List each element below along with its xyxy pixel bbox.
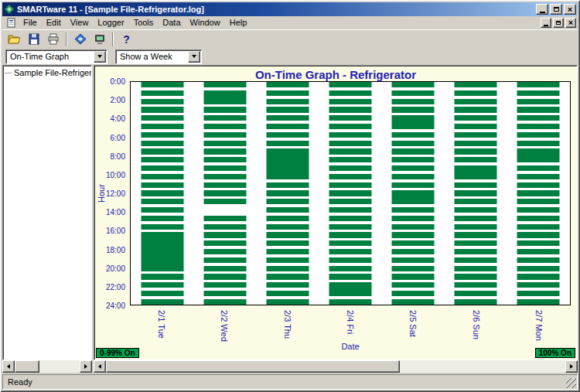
on-segment — [455, 148, 497, 154]
graph-type-dropdown[interactable]: On-Time Graph — [5, 49, 107, 64]
y-tick-label: 8:00 — [111, 152, 125, 160]
logger-status-button[interactable] — [90, 31, 108, 47]
scroll-left-button[interactable] — [94, 360, 106, 373]
printer-icon — [47, 33, 60, 45]
on-segment — [141, 148, 183, 154]
menu-item-tools[interactable]: Tools — [129, 16, 159, 29]
minimize-icon — [540, 12, 545, 13]
on-segment — [517, 232, 560, 237]
on-segment — [329, 157, 372, 162]
on-segment — [203, 107, 246, 112]
scrollbar-track[interactable] — [106, 360, 565, 373]
y-tick-label: 22:00 — [106, 282, 125, 291]
on-segment — [455, 90, 497, 96]
menu-item-window[interactable]: Window — [186, 16, 225, 29]
on-segment — [517, 141, 560, 146]
on-segment — [203, 224, 246, 230]
on-segment — [392, 207, 435, 213]
on-segment — [203, 291, 246, 296]
on-segment — [329, 107, 372, 112]
y-tick-label: 24:00 — [106, 302, 125, 310]
graph-type-value: On-Time Graph — [10, 52, 90, 61]
on-segment — [455, 299, 497, 305]
restore-button[interactable] — [550, 4, 562, 15]
on-segment — [266, 115, 309, 121]
x-axis-labels: 2/1 Tue2/2 Wed2/3 Thu2/4 Fri2/5 Sat2/6 S… — [130, 308, 571, 341]
on-segment — [141, 282, 183, 288]
tree-horizontal-scrollbar[interactable] — [2, 360, 92, 373]
on-segment — [455, 165, 497, 179]
on-segment — [141, 90, 183, 96]
mdi-minimize-icon — [544, 25, 548, 26]
on-segment — [266, 266, 309, 271]
tree-item-sample-file[interactable]: Sample File-Refrigerato — [5, 68, 90, 77]
on-segment — [329, 90, 372, 96]
on-segment — [203, 141, 246, 146]
on-segment — [329, 148, 372, 154]
on-segment — [141, 107, 183, 112]
legend-full-on-badge: 100% On — [535, 348, 575, 358]
x-tick-label: 2/5 Sat — [408, 310, 418, 337]
menu-item-help[interactable]: Help — [225, 16, 252, 29]
on-segment — [141, 82, 183, 87]
menu-item-file[interactable]: File — [19, 16, 42, 29]
on-segment — [392, 174, 435, 179]
chevron-down-icon[interactable] — [188, 51, 200, 63]
menu-item-view[interactable]: View — [66, 16, 94, 29]
on-segment — [266, 207, 309, 213]
menu-item-edit[interactable]: Edit — [42, 16, 66, 29]
menu-item-logger[interactable]: Logger — [93, 16, 128, 29]
on-segment — [517, 274, 560, 279]
on-segment — [392, 107, 435, 112]
y-tick-label: 0:00 — [111, 77, 125, 86]
range-dropdown[interactable]: Show a Week — [115, 49, 202, 64]
on-segment — [392, 249, 435, 254]
on-segment — [455, 132, 497, 138]
scrollbar-thumb[interactable] — [15, 360, 39, 373]
app-logo-icon — [4, 4, 15, 15]
scrollbar-track[interactable] — [15, 360, 80, 373]
on-segment — [455, 190, 497, 196]
mdi-minimize-button[interactable] — [541, 18, 551, 28]
on-segment — [517, 199, 560, 204]
mdi-close-button[interactable]: × — [565, 18, 576, 28]
resize-grip-icon[interactable] — [566, 378, 576, 388]
chevron-down-icon[interactable] — [94, 51, 106, 63]
help-icon: ? — [123, 33, 130, 46]
scroll-right-button[interactable] — [565, 360, 578, 373]
help-button[interactable]: ? — [118, 31, 135, 47]
scroll-right-button[interactable] — [80, 360, 92, 373]
open-folder-icon — [8, 33, 21, 45]
scrollbar-thumb[interactable] — [106, 360, 400, 373]
on-segment — [517, 182, 560, 188]
save-button[interactable] — [25, 31, 43, 47]
on-segment — [455, 232, 497, 237]
menu-item-data[interactable]: Data — [158, 16, 185, 29]
on-segment — [266, 182, 309, 188]
close-button[interactable]: × — [564, 4, 576, 15]
y-tick-label: 4:00 — [111, 114, 125, 123]
connect-logger-button[interactable] — [71, 31, 89, 47]
on-segment — [329, 174, 372, 179]
on-segment — [517, 257, 560, 263]
on-segment — [517, 299, 560, 305]
scroll-left-button[interactable] — [2, 360, 15, 373]
on-segment — [392, 240, 435, 246]
on-segment — [392, 282, 435, 288]
y-tick-label: 6:00 — [111, 133, 125, 141]
on-segment — [517, 174, 560, 179]
on-segment — [392, 266, 435, 271]
mdi-restore-button[interactable] — [553, 18, 564, 28]
on-segment — [329, 182, 372, 188]
on-segment — [455, 199, 497, 204]
chart-horizontal-scrollbar[interactable] — [94, 360, 578, 373]
document-icon[interactable] — [6, 18, 16, 28]
on-segment — [517, 82, 560, 87]
open-button[interactable] — [5, 31, 23, 47]
print-button[interactable] — [44, 31, 62, 47]
minimize-button[interactable] — [536, 4, 548, 15]
on-segment — [329, 199, 372, 204]
arrow-left-icon — [98, 364, 101, 369]
on-segment — [392, 165, 435, 171]
on-segment — [141, 182, 183, 188]
